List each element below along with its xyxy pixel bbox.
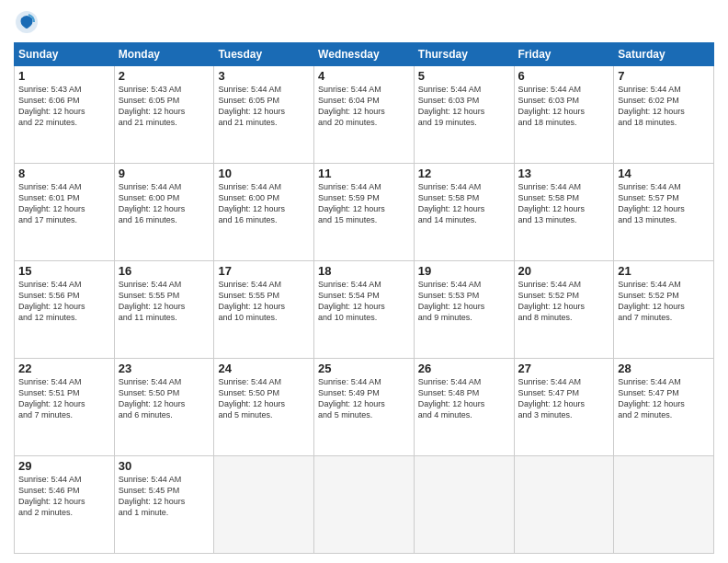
day-number: 30 [119, 459, 210, 473]
day-info: Sunrise: 5:44 AM Sunset: 6:05 PM Dayligh… [218, 84, 310, 129]
day-number: 10 [218, 167, 310, 180]
calendar-cell: 7Sunrise: 5:44 AM Sunset: 6:02 PM Daylig… [614, 66, 714, 164]
logo [14, 9, 43, 35]
calendar-cell: 15Sunrise: 5:44 AM Sunset: 5:56 PM Dayli… [15, 261, 115, 359]
calendar-cell [414, 456, 514, 554]
calendar-cell: 29Sunrise: 5:44 AM Sunset: 5:46 PM Dayli… [15, 456, 115, 554]
calendar-cell: 21Sunrise: 5:44 AM Sunset: 5:52 PM Dayli… [614, 261, 714, 359]
day-info: Sunrise: 5:44 AM Sunset: 6:03 PM Dayligh… [518, 84, 610, 129]
day-info: Sunrise: 5:44 AM Sunset: 5:57 PM Dayligh… [618, 181, 710, 226]
calendar-cell: 10Sunrise: 5:44 AM Sunset: 6:00 PM Dayli… [214, 164, 314, 261]
day-number: 23 [119, 362, 210, 375]
calendar-page: SundayMondayTuesdayWednesdayThursdayFrid… [0, 0, 728, 563]
day-number: 14 [618, 167, 710, 180]
day-number: 25 [318, 362, 410, 375]
calendar-header: SundayMondayTuesdayWednesdayThursdayFrid… [15, 43, 714, 66]
day-info: Sunrise: 5:44 AM Sunset: 6:01 PM Dayligh… [18, 181, 110, 226]
calendar-cell: 18Sunrise: 5:44 AM Sunset: 5:54 PM Dayli… [314, 261, 415, 359]
calendar-cell: 30Sunrise: 5:44 AM Sunset: 5:45 PM Dayli… [114, 456, 214, 554]
calendar-cell: 25Sunrise: 5:44 AM Sunset: 5:49 PM Dayli… [314, 359, 415, 456]
calendar-cell: 20Sunrise: 5:44 AM Sunset: 5:52 PM Dayli… [514, 261, 614, 359]
day-info: Sunrise: 5:44 AM Sunset: 5:58 PM Dayligh… [418, 181, 510, 226]
day-number: 17 [218, 264, 310, 278]
day-info: Sunrise: 5:44 AM Sunset: 5:52 PM Dayligh… [618, 279, 710, 324]
day-number: 27 [518, 362, 610, 375]
day-number: 11 [318, 167, 410, 180]
weekday-thursday: Thursday [414, 43, 514, 66]
weekday-wednesday: Wednesday [314, 43, 415, 66]
day-info: Sunrise: 5:44 AM Sunset: 5:59 PM Dayligh… [318, 181, 410, 226]
calendar-week-5: 29Sunrise: 5:44 AM Sunset: 5:46 PM Dayli… [15, 456, 714, 554]
calendar-cell: 5Sunrise: 5:44 AM Sunset: 6:03 PM Daylig… [414, 66, 514, 164]
day-number: 13 [518, 167, 610, 180]
calendar-cell: 12Sunrise: 5:44 AM Sunset: 5:58 PM Dayli… [414, 164, 514, 261]
calendar-week-2: 8Sunrise: 5:44 AM Sunset: 6:01 PM Daylig… [15, 164, 714, 261]
day-number: 16 [119, 264, 210, 278]
calendar-week-4: 22Sunrise: 5:44 AM Sunset: 5:51 PM Dayli… [15, 359, 714, 456]
calendar-cell: 8Sunrise: 5:44 AM Sunset: 6:01 PM Daylig… [15, 164, 115, 261]
day-number: 1 [18, 69, 110, 83]
weekday-saturday: Saturday [614, 43, 714, 66]
calendar-cell [614, 456, 714, 554]
calendar-cell: 24Sunrise: 5:44 AM Sunset: 5:50 PM Dayli… [214, 359, 314, 456]
day-number: 18 [318, 264, 410, 278]
day-number: 29 [18, 459, 110, 473]
calendar-cell: 4Sunrise: 5:44 AM Sunset: 6:04 PM Daylig… [314, 66, 415, 164]
day-number: 12 [418, 167, 510, 180]
weekday-sunday: Sunday [15, 43, 115, 66]
day-info: Sunrise: 5:44 AM Sunset: 5:55 PM Dayligh… [119, 279, 210, 324]
day-number: 9 [119, 167, 210, 180]
day-info: Sunrise: 5:44 AM Sunset: 6:00 PM Dayligh… [218, 181, 310, 226]
calendar-cell [314, 456, 415, 554]
calendar-table: SundayMondayTuesdayWednesdayThursdayFrid… [14, 42, 714, 554]
day-info: Sunrise: 5:44 AM Sunset: 5:47 PM Dayligh… [618, 376, 710, 421]
calendar-body: 1Sunrise: 5:43 AM Sunset: 6:06 PM Daylig… [15, 66, 714, 554]
weekday-friday: Friday [514, 43, 614, 66]
day-number: 2 [119, 69, 210, 83]
calendar-cell: 26Sunrise: 5:44 AM Sunset: 5:48 PM Dayli… [414, 359, 514, 456]
day-number: 3 [218, 69, 310, 83]
logo-icon [14, 9, 40, 35]
weekday-monday: Monday [114, 43, 214, 66]
day-number: 19 [418, 264, 510, 278]
day-info: Sunrise: 5:44 AM Sunset: 5:50 PM Dayligh… [218, 376, 310, 421]
day-info: Sunrise: 5:44 AM Sunset: 6:04 PM Dayligh… [318, 84, 410, 129]
day-info: Sunrise: 5:44 AM Sunset: 5:50 PM Dayligh… [119, 376, 210, 421]
calendar-cell [514, 456, 614, 554]
day-info: Sunrise: 5:44 AM Sunset: 5:55 PM Dayligh… [218, 279, 310, 324]
day-number: 20 [518, 264, 610, 278]
calendar-cell [214, 456, 314, 554]
day-info: Sunrise: 5:44 AM Sunset: 6:02 PM Dayligh… [618, 84, 710, 129]
day-info: Sunrise: 5:43 AM Sunset: 6:05 PM Dayligh… [119, 84, 210, 129]
calendar-week-3: 15Sunrise: 5:44 AM Sunset: 5:56 PM Dayli… [15, 261, 714, 359]
calendar-cell: 27Sunrise: 5:44 AM Sunset: 5:47 PM Dayli… [514, 359, 614, 456]
day-info: Sunrise: 5:43 AM Sunset: 6:06 PM Dayligh… [18, 84, 110, 129]
weekday-header-row: SundayMondayTuesdayWednesdayThursdayFrid… [15, 43, 714, 66]
day-info: Sunrise: 5:44 AM Sunset: 5:54 PM Dayligh… [318, 279, 410, 324]
day-number: 15 [18, 264, 110, 278]
day-info: Sunrise: 5:44 AM Sunset: 6:00 PM Dayligh… [119, 181, 210, 226]
day-number: 7 [618, 69, 710, 83]
calendar-cell: 11Sunrise: 5:44 AM Sunset: 5:59 PM Dayli… [314, 164, 415, 261]
day-info: Sunrise: 5:44 AM Sunset: 5:56 PM Dayligh… [18, 279, 110, 324]
day-info: Sunrise: 5:44 AM Sunset: 5:46 PM Dayligh… [18, 474, 110, 519]
calendar-cell: 14Sunrise: 5:44 AM Sunset: 5:57 PM Dayli… [614, 164, 714, 261]
day-info: Sunrise: 5:44 AM Sunset: 6:03 PM Dayligh… [418, 84, 510, 129]
day-number: 5 [418, 69, 510, 83]
day-info: Sunrise: 5:44 AM Sunset: 5:47 PM Dayligh… [518, 376, 610, 421]
day-number: 28 [618, 362, 710, 375]
calendar-cell: 22Sunrise: 5:44 AM Sunset: 5:51 PM Dayli… [15, 359, 115, 456]
day-number: 24 [218, 362, 310, 375]
day-info: Sunrise: 5:44 AM Sunset: 5:49 PM Dayligh… [318, 376, 410, 421]
calendar-cell: 1Sunrise: 5:43 AM Sunset: 6:06 PM Daylig… [15, 66, 115, 164]
calendar-cell: 6Sunrise: 5:44 AM Sunset: 6:03 PM Daylig… [514, 66, 614, 164]
day-number: 6 [518, 69, 610, 83]
header [14, 9, 714, 35]
day-info: Sunrise: 5:44 AM Sunset: 5:53 PM Dayligh… [418, 279, 510, 324]
day-number: 22 [18, 362, 110, 375]
calendar-cell: 17Sunrise: 5:44 AM Sunset: 5:55 PM Dayli… [214, 261, 314, 359]
day-number: 4 [318, 69, 410, 83]
calendar-cell: 2Sunrise: 5:43 AM Sunset: 6:05 PM Daylig… [114, 66, 214, 164]
day-number: 26 [418, 362, 510, 375]
day-info: Sunrise: 5:44 AM Sunset: 5:52 PM Dayligh… [518, 279, 610, 324]
